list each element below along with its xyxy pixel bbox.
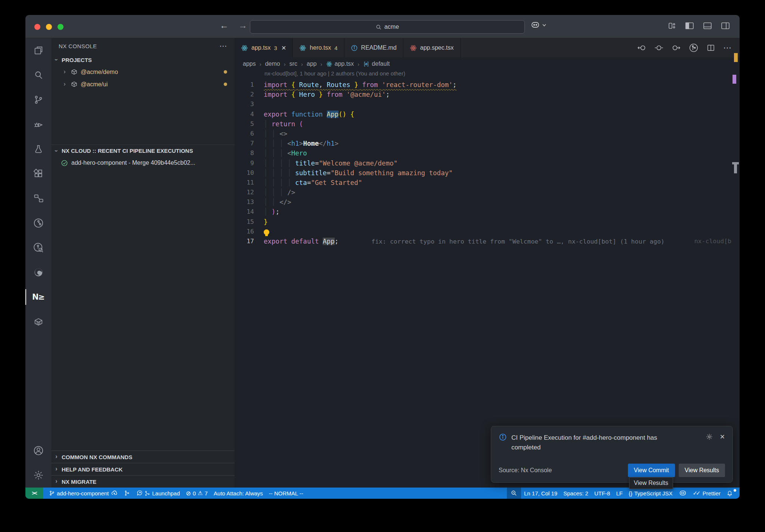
- code-line-8[interactable]: 8│ │ │ <Hero: [235, 148, 740, 158]
- auto-attach-status-item[interactable]: Auto Attach: Always: [211, 490, 266, 497]
- more-actions-icon[interactable]: ⋯: [220, 41, 227, 50]
- tab-bar: app.tsx 3 ✕ hero.tsx 4 README.md app.spe…: [235, 38, 740, 58]
- history-back-icon[interactable]: ←: [220, 20, 229, 31]
- run-commit-graph-icon[interactable]: [689, 43, 699, 53]
- close-window-button[interactable]: [34, 24, 40, 30]
- tab-app-spec-tsx[interactable]: app.spec.tsx: [403, 38, 461, 58]
- section-common-nx-commands[interactable]: › COMMON NX COMMANDS: [51, 451, 235, 463]
- view-results-button[interactable]: View Results: [679, 464, 725, 477]
- code-line-3[interactable]: 3: [235, 99, 740, 109]
- code-line-15[interactable]: 15}: [235, 217, 740, 227]
- code-line-13[interactable]: 13│ │ </>: [235, 197, 740, 207]
- encoding-status-item[interactable]: UTF-8: [591, 490, 613, 497]
- code-line-14[interactable]: 14│ );: [235, 207, 740, 217]
- account-icon[interactable]: [25, 438, 51, 463]
- notifications-bell-icon[interactable]: [724, 490, 736, 497]
- open-change-icon[interactable]: [654, 44, 663, 52]
- breadcrumb-item[interactable]: app: [307, 61, 317, 67]
- section-nx-migrate[interactable]: › NX MIGRATE: [51, 475, 235, 488]
- customize-layout-icon[interactable]: [668, 22, 676, 30]
- copilot-menu[interactable]: [530, 21, 546, 29]
- containers-icon[interactable]: [25, 309, 51, 334]
- settings-gear-icon[interactable]: [25, 463, 51, 488]
- toggle-secondary-sidebar-icon[interactable]: [721, 22, 730, 30]
- notification-close-icon[interactable]: ✕: [720, 433, 725, 441]
- next-change-icon[interactable]: [672, 44, 681, 52]
- code-line-2[interactable]: 2import { Hero } from '@acme/ui';: [235, 90, 740, 99]
- explorer-icon[interactable]: [25, 38, 51, 63]
- history-forward-icon[interactable]: →: [238, 20, 247, 31]
- line-number: 5: [235, 119, 254, 129]
- previous-change-icon[interactable]: [637, 44, 646, 52]
- tab-hero-tsx[interactable]: hero.tsx 4: [293, 38, 344, 58]
- eol-status-item[interactable]: LF: [613, 490, 626, 497]
- problems-status-item[interactable]: ⊘ 0 ⚠ 7: [183, 490, 211, 497]
- zoom-window-button[interactable]: [58, 24, 64, 30]
- code-line-5[interactable]: 5│ return (: [235, 119, 740, 129]
- close-tab-icon[interactable]: ✕: [281, 44, 286, 52]
- overview-ruler[interactable]: [732, 38, 740, 488]
- language-mode-status-item[interactable]: {} TypeScript JSX: [626, 490, 676, 497]
- breadcrumb-item[interactable]: default: [372, 61, 390, 67]
- code-line-9[interactable]: 9│ │ │ │ title="Welcome @acme/demo": [235, 158, 740, 168]
- breadcrumb-item[interactable]: demo: [265, 61, 280, 67]
- chevron-right-icon: ›: [53, 478, 59, 485]
- cursor-position-status-item[interactable]: Ln 17, Col 19: [521, 490, 560, 497]
- copilot-status-item[interactable]: [676, 490, 690, 497]
- section-help-and-feedback[interactable]: › HELP AND FEEDBACK: [51, 463, 235, 475]
- more-actions-icon[interactable]: ⋯: [723, 43, 731, 53]
- search-icon[interactable]: [25, 63, 51, 87]
- pipeline-label: add-hero-component - Merge 409b44e5cb02.…: [71, 160, 195, 166]
- nx-console-icon[interactable]: N≥: [25, 285, 51, 309]
- tab-label: app.spec.tsx: [420, 44, 454, 51]
- split-editor-icon[interactable]: [707, 44, 715, 52]
- project-row-acme-ui[interactable]: › @acme/ui: [51, 78, 235, 90]
- command-center-search[interactable]: acme: [250, 20, 525, 34]
- code-line-17[interactable]: 17export default App;fix: correct typo i…: [235, 236, 740, 246]
- launchpad-status-item[interactable]: Launchpad: [133, 490, 183, 497]
- gitlens-inspect-icon[interactable]: [25, 235, 51, 260]
- chevron-right-icon: ›: [62, 81, 68, 87]
- tab-readme-md[interactable]: README.md: [344, 38, 403, 58]
- breadcrumb-item[interactable]: src: [289, 61, 297, 67]
- code-line-1[interactable]: 1import { Route, Routes } from 'react-ro…: [235, 80, 740, 90]
- errors-icon: ⊘: [186, 490, 191, 497]
- run-debug-icon[interactable]: [25, 112, 51, 137]
- modified-dot: [224, 70, 227, 74]
- lightbulb-code-action-icon[interactable]: [264, 229, 269, 235]
- remote-indicator[interactable]: ><: [25, 488, 43, 499]
- minimize-window-button[interactable]: [46, 24, 52, 30]
- title-bar: ← → acme: [25, 15, 740, 38]
- git-graph-status-item[interactable]: [121, 490, 133, 497]
- extensions-icon[interactable]: [25, 161, 51, 186]
- testing-icon[interactable]: [25, 137, 51, 161]
- code-line-6[interactable]: 6│ │ <>: [235, 129, 740, 139]
- nx-cloud-section-header[interactable]: › NX CLOUD :: RECENT CI PIPELINE EXECUTI…: [51, 145, 235, 157]
- breadcrumb-item[interactable]: app.tsx: [335, 61, 354, 67]
- project-row-acme-demo[interactable]: › @acme/demo: [51, 66, 235, 78]
- code-line-12[interactable]: 12│ │ │ />: [235, 188, 740, 197]
- toggle-panel-icon[interactable]: [703, 22, 712, 30]
- pipeline-execution-row[interactable]: add-hero-component - Merge 409b44e5cb02.…: [51, 157, 235, 169]
- formatter-status-item[interactable]: ✓✓ Prettier: [690, 490, 724, 497]
- code-line-16[interactable]: 16: [235, 227, 740, 236]
- vim-mode-status-item[interactable]: -- NORMAL --: [266, 490, 306, 497]
- source-control-icon[interactable]: [25, 87, 51, 112]
- projects-section-header[interactable]: › PROJECTS: [51, 54, 235, 66]
- view-commit-button[interactable]: View Commit: [628, 464, 675, 477]
- zoom-status-item[interactable]: [507, 488, 521, 499]
- status-bar: >< add-hero-component Launchpad ⊘ 0 ⚠ 7 …: [25, 488, 740, 499]
- branch-status-item[interactable]: add-hero-component: [46, 490, 121, 497]
- notification-settings-gear-icon[interactable]: [706, 433, 713, 440]
- edge-browser-icon[interactable]: [25, 260, 51, 285]
- project-graph-icon[interactable]: [25, 186, 51, 211]
- indentation-status-item[interactable]: Spaces: 2: [560, 490, 591, 497]
- code-line-7[interactable]: 7│ │ │ <h1>Home</h1>: [235, 139, 740, 148]
- code-line-4[interactable]: 4export function App() {: [235, 109, 740, 119]
- code-line-11[interactable]: 11│ │ │ │ cta="Get Started": [235, 178, 740, 188]
- tab-app-tsx[interactable]: app.tsx 3 ✕: [235, 38, 293, 58]
- code-line-10[interactable]: 10│ │ │ │ subtitle="Build something amaz…: [235, 168, 740, 178]
- toggle-sidebar-icon[interactable]: [685, 22, 694, 30]
- breadcrumb-item[interactable]: apps: [243, 61, 256, 67]
- commit-graph-icon[interactable]: [25, 211, 51, 235]
